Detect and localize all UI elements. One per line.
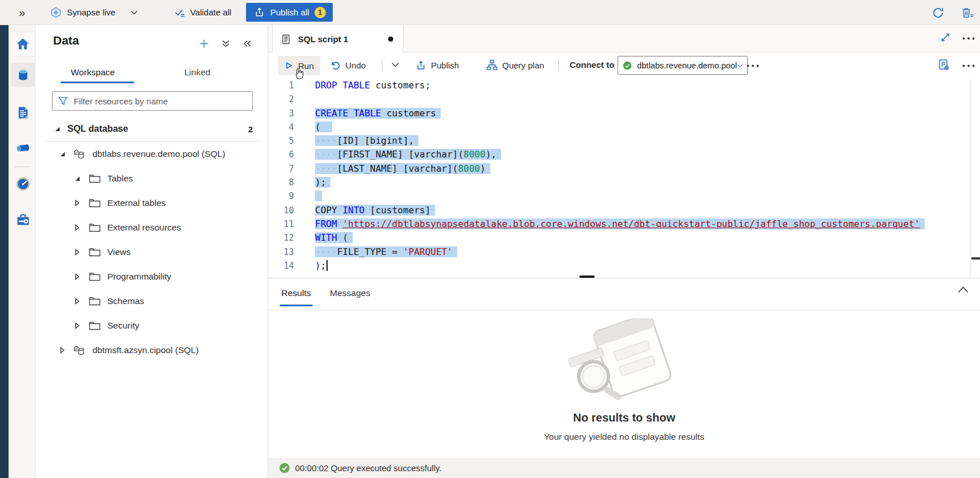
connected-check-icon	[623, 60, 632, 71]
code-line-2[interactable]: 2	[268, 92, 980, 106]
connect-to-dropdown[interactable]: dbtlabs.revenue.demo.pool	[618, 56, 748, 75]
tree-item-dbtlabs-revenue-demo-pool-sql[interactable]: dbtlabs.revenue.demo.pool (SQL)	[35, 141, 268, 166]
code-line-5[interactable]: 5····[ID] [bigint],	[268, 134, 980, 148]
editor-scrollbar-thumb[interactable]	[971, 257, 980, 260]
query-plan-button[interactable]: Query plan	[486, 59, 544, 71]
editor-tab-strip: SQL script 1	[268, 25, 980, 52]
tree-item-label: SQL database	[67, 124, 128, 134]
tab-title: SQL script 1	[298, 34, 348, 44]
pool-icon	[73, 148, 85, 160]
code-line-10[interactable]: 10COPY INTO [customers]	[268, 204, 980, 217]
collapsed-triangle-icon[interactable]	[74, 298, 80, 305]
panel-actions	[199, 39, 252, 48]
line-number: 1	[268, 79, 294, 92]
toolbar-more-icon[interactable]	[747, 64, 759, 67]
tab-workspace[interactable]: Workspace	[71, 67, 115, 78]
add-resource-icon[interactable]	[199, 39, 209, 48]
collapsed-triangle-icon[interactable]	[74, 200, 80, 206]
tab-results[interactable]: Results	[281, 288, 311, 298]
line-content: DROP TABLE customers;	[315, 79, 430, 92]
code-line-11[interactable]: 11FROM 'https://dbtlabsynapsedatalake.bl…	[268, 217, 980, 231]
collapsed-triangle-icon[interactable]	[74, 224, 80, 231]
line-number: 11	[268, 217, 294, 231]
tab-messages[interactable]: Messages	[330, 288, 370, 298]
selection-highlight: CREATE TABLE customers	[315, 108, 441, 119]
code-line-9[interactable]: 9	[268, 189, 980, 203]
code-line-13[interactable]: 13····FILE_TYPE = 'PARQUET'	[268, 245, 980, 259]
filter-input[interactable]	[72, 96, 252, 107]
unsaved-changes-dot	[388, 37, 393, 42]
code-lines[interactable]: 1DROP TABLE customers;23CREATE TABLE cus…	[268, 79, 980, 273]
validate-all-button[interactable]: Validate all	[174, 7, 231, 18]
results-tab-underline	[280, 305, 313, 306]
tree-item-views[interactable]: Views	[35, 240, 268, 264]
selection-highlight: ····[FIRST_NAME] [varchar](8000),	[315, 149, 501, 160]
refresh-icon[interactable]	[931, 6, 945, 19]
nav-home-icon[interactable]	[11, 32, 35, 56]
pane-resize-handle[interactable]	[579, 276, 595, 278]
expanded-triangle-icon[interactable]	[74, 175, 80, 181]
tab-more-actions-icon[interactable]	[962, 37, 975, 40]
expand-menu-icon[interactable]: »	[19, 7, 25, 18]
collapsed-triangle-icon[interactable]	[74, 273, 80, 280]
line-number: 9	[268, 189, 294, 203]
editor-scrollbar-track	[970, 79, 971, 278]
tree-item-tables[interactable]: Tables	[35, 166, 268, 191]
collapse-results-chevron-icon[interactable]	[958, 286, 969, 293]
tree-item-security[interactable]: Security	[35, 313, 268, 338]
line-number: 13	[268, 245, 294, 259]
code-line-8[interactable]: 8);	[268, 176, 980, 189]
collapsed-triangle-icon[interactable]	[59, 347, 65, 354]
collapsed-triangle-icon[interactable]	[74, 249, 80, 256]
collapse-panel-icon[interactable]	[243, 39, 252, 48]
pool-icon	[73, 344, 85, 356]
tree-item-dbtmsft-azsyn-cipool-sql[interactable]: dbtmsft.azsyn.cipool (SQL)	[35, 338, 268, 362]
run-options-chevron-icon[interactable]	[392, 62, 399, 67]
document-icon	[16, 106, 30, 120]
nav-data-icon[interactable]	[11, 63, 35, 87]
selection-highlight: ····FILE_TYPE = 'PARQUET'	[315, 246, 457, 257]
code-line-14[interactable]: 14);	[268, 259, 980, 273]
line-content: COPY INTO [customers]	[315, 204, 435, 217]
expanded-triangle-icon[interactable]	[59, 151, 66, 157]
selection-highlight: COPY INTO [customers]	[315, 205, 435, 216]
discard-all-icon[interactable]	[961, 6, 974, 19]
code-line-4[interactable]: 4(	[268, 120, 980, 134]
nav-integrate-icon[interactable]	[11, 136, 35, 160]
nav-manage-icon[interactable]	[11, 208, 35, 232]
editor-more-icon[interactable]	[962, 64, 975, 67]
code-line-6[interactable]: 6····[FIRST_NAME] [varchar](8000),	[268, 148, 980, 161]
line-content: ····[ID] [bigint],	[315, 134, 418, 148]
expanded-triangle-icon[interactable]	[54, 126, 61, 132]
collapse-all-icon[interactable]	[221, 39, 230, 48]
line-number: 5	[268, 134, 294, 148]
properties-icon[interactable]	[937, 58, 951, 72]
tab-sql-script-1[interactable]: SQL script 1	[272, 25, 404, 53]
code-line-1[interactable]: 1DROP TABLE customers;	[268, 79, 980, 92]
tree-item-programmability[interactable]: Programmability	[35, 264, 268, 289]
undo-button[interactable]: Undo	[330, 60, 366, 71]
nav-develop-icon[interactable]	[11, 100, 35, 124]
publish-all-button[interactable]: Publish all 1	[246, 3, 332, 22]
code-line-12[interactable]: 12WITH (	[268, 231, 980, 245]
expand-editor-icon[interactable]	[941, 33, 950, 42]
tree-item-sql-database[interactable]: SQL database2	[35, 116, 268, 141]
folder-icon	[89, 272, 100, 281]
line-number: 4	[268, 120, 294, 134]
selection-highlight: );	[315, 177, 330, 188]
code-line-3[interactable]: 3CREATE TABLE customers	[268, 107, 980, 120]
folder-icon	[89, 223, 100, 232]
nav-monitor-icon[interactable]	[11, 172, 35, 196]
code-line-7[interactable]: 7····[LAST_NAME] [varchar](8000)	[268, 162, 980, 176]
tab-linked[interactable]: Linked	[184, 67, 211, 78]
publish-button[interactable]: Publish	[416, 60, 459, 71]
topbar-right-actions	[931, 0, 974, 25]
tree-item-schemas[interactable]: Schemas	[35, 289, 268, 313]
tree-item-external-resources[interactable]: External resources	[35, 215, 268, 240]
sql-script-icon	[280, 34, 292, 45]
run-button[interactable]: Run	[278, 56, 320, 75]
collapsed-triangle-icon[interactable]	[74, 322, 80, 329]
line-content	[315, 189, 322, 203]
tree-item-external-tables[interactable]: External tables	[35, 191, 268, 215]
mode-selector[interactable]: Synapse live	[50, 7, 138, 18]
